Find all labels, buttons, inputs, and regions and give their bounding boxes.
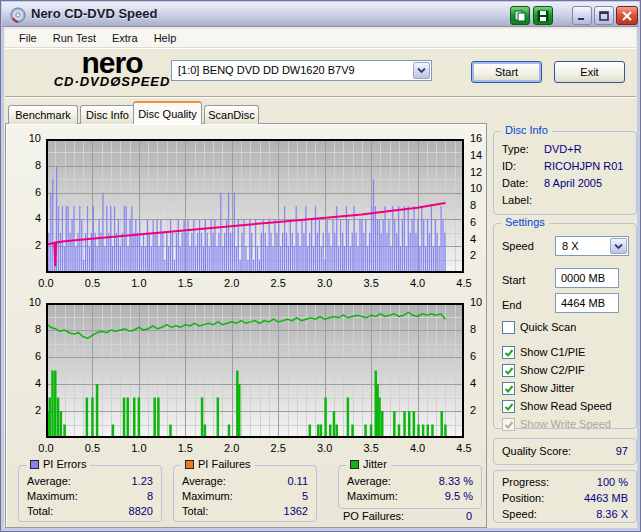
titlebar: Nero CD-DVD Speed xyxy=(2,2,639,27)
x-axis-tick-label: 3.0 xyxy=(308,442,342,454)
menu-item-run-test[interactable]: Run Test xyxy=(45,30,104,46)
x-axis-tick-label: 0.0 xyxy=(29,442,63,454)
x-axis-tick-label: 4.5 xyxy=(447,277,481,289)
quality-score-value: 97 xyxy=(616,439,628,464)
jitter-stats-title: Jitter xyxy=(363,458,387,470)
speed-selector-dropdown-button[interactable] xyxy=(610,238,627,254)
start-position-label: Start xyxy=(502,274,525,286)
option-show-jitter-checkbox[interactable] xyxy=(502,382,515,395)
option-show-c2-pif[interactable]: Show C2/PIF xyxy=(502,363,585,377)
left-axis-tick-label: 6 xyxy=(13,186,41,198)
x-axis-tick-label: 2.0 xyxy=(215,277,249,289)
menu-item-extra[interactable]: Extra xyxy=(104,30,146,46)
chevron-down-icon xyxy=(417,67,426,74)
toolbar: nero CD·DVDØSPEED [1:0] BENQ DVD DD DW16… xyxy=(5,48,636,97)
pi-failures-totalrow: Total:1362 xyxy=(174,504,316,519)
pi-failures-jitter-svg xyxy=(46,303,464,438)
tab-benchmark[interactable]: Benchmark xyxy=(8,105,78,124)
disc-info-title: Disc Info xyxy=(501,124,552,136)
left-axis-tick-label: 10 xyxy=(13,132,41,144)
left-axis-tick-label: 6 xyxy=(13,350,41,362)
pi-errors-stats-title: PI Errors xyxy=(43,458,86,470)
option-show-read-speed-checkbox[interactable] xyxy=(502,400,515,413)
pi-errors-legend-swatch xyxy=(30,460,39,469)
x-axis-tick-label: 1.0 xyxy=(122,442,156,454)
option-show-jitter[interactable]: Show Jitter xyxy=(502,381,574,395)
quality-score-box: Quality Score: 97 xyxy=(493,438,637,465)
app-window: Nero CD-DVD Speed xyxy=(0,0,641,532)
x-axis-tick-label: 0.5 xyxy=(75,442,109,454)
option-show-c1-pie-checkbox[interactable] xyxy=(502,346,515,359)
pi-errors-chart: 2468102468101214160.00.51.01.52.02.53.03… xyxy=(46,139,464,273)
progress-speedrow: Speed:8.36 X xyxy=(494,506,636,522)
end-position-field[interactable] xyxy=(555,293,619,313)
disc-info-box: Disc Info Type:DVD+RID:RICOHJPN R01Date:… xyxy=(493,131,637,215)
x-axis-tick-label: 1.0 xyxy=(122,277,156,289)
chevron-down-icon xyxy=(614,243,623,250)
exit-button[interactable]: Exit xyxy=(554,61,625,83)
x-axis-tick-label: 0.5 xyxy=(75,277,109,289)
end-position-label: End xyxy=(502,299,522,311)
pi-failures-jitter-chart: 2468102468100.00.51.01.52.02.53.03.54.04… xyxy=(46,303,464,438)
settings-title: Settings xyxy=(501,216,549,228)
quick-scan-option-checkbox[interactable] xyxy=(502,321,515,334)
x-axis-tick-label: 0.0 xyxy=(29,277,63,289)
quick-scan-option[interactable]: Quick Scan xyxy=(502,320,576,334)
copy-icon xyxy=(514,10,526,22)
left-axis-tick-label: 8 xyxy=(13,159,41,171)
left-axis-tick-label: 2 xyxy=(13,239,41,251)
progress-box: Progress:100 %Position:4463 MBSpeed:8.36… xyxy=(493,470,637,523)
disc-info-row: Type:DVD+R xyxy=(494,141,636,158)
option-show-read-speed[interactable]: Show Read Speed xyxy=(502,399,612,413)
pi-failures-legend-swatch xyxy=(185,460,194,469)
drive-selector-dropdown-button[interactable] xyxy=(413,62,430,79)
option-show-c2-pif-checkbox[interactable] xyxy=(502,364,515,377)
settings-box: Settings Speed 8 X Start End Quick ScanS… xyxy=(493,223,637,429)
progress-positionrow: Position:4463 MB xyxy=(494,490,636,506)
save-button[interactable] xyxy=(533,6,553,25)
po-failures-label: PO Failures: xyxy=(343,510,404,522)
jitter-legend-swatch xyxy=(350,460,359,469)
left-axis-tick-label: 2 xyxy=(13,404,41,416)
x-axis-tick-label: 3.5 xyxy=(354,277,388,289)
save-icon xyxy=(537,10,549,22)
pi-errors-totalrow: Total:8820 xyxy=(19,504,161,519)
x-axis-tick-label: 3.5 xyxy=(354,442,388,454)
start-button[interactable]: Start xyxy=(471,61,542,83)
left-axis-tick-label: 10 xyxy=(13,296,41,308)
start-position-field[interactable] xyxy=(555,268,619,288)
progress-progressrow: Progress:100 % xyxy=(494,474,636,490)
menu-item-file[interactable]: File xyxy=(11,30,45,46)
speed-label: Speed xyxy=(502,240,534,252)
pi-failures-maximumrow: Maximum:5 xyxy=(174,489,316,504)
x-axis-tick-label: 1.5 xyxy=(168,277,202,289)
tab-disc-info[interactable]: Disc Info xyxy=(80,105,135,124)
left-axis-tick-label: 4 xyxy=(13,212,41,224)
jitter-stats-box: Jitter Average:8.33 %Maximum:9.5 % xyxy=(338,465,482,509)
jitter-averagerow: Average:8.33 % xyxy=(339,474,481,489)
disc-info-row: Date:8 April 2005 xyxy=(494,175,636,192)
disc-info-row: Label: xyxy=(494,192,636,209)
menu-item-help[interactable]: Help xyxy=(146,30,185,46)
speed-selector[interactable]: 8 X xyxy=(555,236,629,256)
pi-failures-stats-title: PI Failures xyxy=(198,458,251,470)
x-axis-tick-label: 3.0 xyxy=(308,277,342,289)
x-axis-tick-label: 2.0 xyxy=(215,442,249,454)
close-button[interactable] xyxy=(616,6,638,25)
drive-selector[interactable]: [1:0] BENQ DVD DD DW1620 B7V9 xyxy=(171,60,432,81)
window-title: Nero CD-DVD Speed xyxy=(31,6,157,21)
x-axis-tick-label: 4.0 xyxy=(401,442,435,454)
tab-scandisc[interactable]: ScanDisc xyxy=(204,105,259,124)
maximize-button[interactable] xyxy=(594,6,614,25)
tab-disc-quality[interactable]: Disc Quality xyxy=(133,101,202,124)
option-show-c1-pie[interactable]: Show C1/PIE xyxy=(502,345,585,359)
copy-to-clipboard-button[interactable] xyxy=(510,6,530,25)
x-axis-tick-label: 4.5 xyxy=(447,442,481,454)
close-icon xyxy=(622,11,632,21)
app-icon xyxy=(10,7,26,23)
left-axis-tick-label: 8 xyxy=(13,323,41,335)
maximize-icon xyxy=(599,11,609,21)
option-show-write-speed-checkbox xyxy=(502,418,515,431)
pi-errors-read-speed-svg xyxy=(46,139,464,273)
minimize-button[interactable] xyxy=(572,6,592,25)
